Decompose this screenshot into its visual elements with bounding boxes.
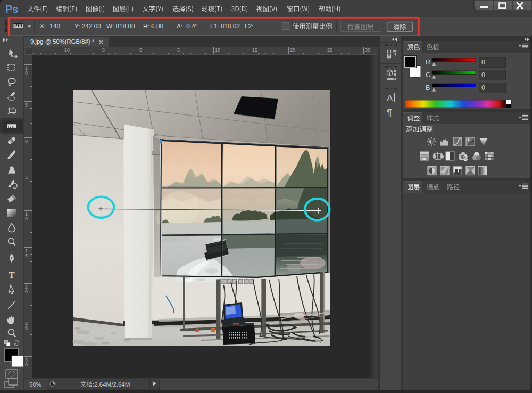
svg-text:R: R <box>426 59 430 66</box>
svg-text:T: T <box>9 270 15 280</box>
svg-text:15: 15 <box>252 47 257 53</box>
svg-text::2.64M/2.64M: :2.64M/2.64M <box>93 381 130 388</box>
svg-text:30: 30 <box>365 47 370 53</box>
svg-text:0: 0 <box>481 59 485 66</box>
svg-text:H: 6.00: H: 6.00 <box>143 22 163 30</box>
svg-text:B: B <box>426 84 430 92</box>
svg-text:¶: ¶ <box>387 108 392 118</box>
svg-text:Ps: Ps <box>5 3 18 15</box>
svg-text:0: 0 <box>25 362 28 367</box>
svg-text:25: 25 <box>327 47 332 53</box>
svg-text:L1: 818.02: L1: 818.02 <box>210 22 240 30</box>
svg-text:0: 0 <box>25 216 28 222</box>
svg-text:10: 10 <box>64 47 70 53</box>
svg-text:5: 5 <box>25 175 28 180</box>
svg-text:W: 818.00: W: 818.00 <box>106 22 135 30</box>
svg-text:0: 0 <box>139 47 142 53</box>
svg-text:0: 0 <box>481 84 485 92</box>
svg-text:5: 5 <box>25 102 28 108</box>
svg-text:A: A <box>387 93 393 103</box>
svg-text:50%: 50% <box>29 381 41 388</box>
svg-text:0: 0 <box>25 138 28 144</box>
svg-text:L2:: L2: <box>245 22 253 30</box>
svg-text:20: 20 <box>290 47 295 53</box>
svg-text:G: G <box>426 71 431 79</box>
svg-text:Y: 242.00: Y: 242.00 <box>74 22 101 30</box>
svg-text:10: 10 <box>215 47 220 53</box>
svg-text:5: 5 <box>25 325 28 331</box>
svg-text:5: 5 <box>102 47 105 53</box>
svg-text:0: 0 <box>25 289 28 294</box>
svg-text:9.jpg @ 50%(RGB/8#) *: 9.jpg @ 50%(RGB/8#) * <box>30 38 95 45</box>
svg-text:X: -140....: X: -140.... <box>40 22 67 30</box>
svg-text:A: -0.4°: A: -0.4° <box>177 22 198 30</box>
svg-text:0: 0 <box>481 71 485 79</box>
svg-text:0: 0 <box>25 70 28 76</box>
svg-text:5: 5 <box>25 253 28 258</box>
svg-text:5: 5 <box>177 47 180 53</box>
